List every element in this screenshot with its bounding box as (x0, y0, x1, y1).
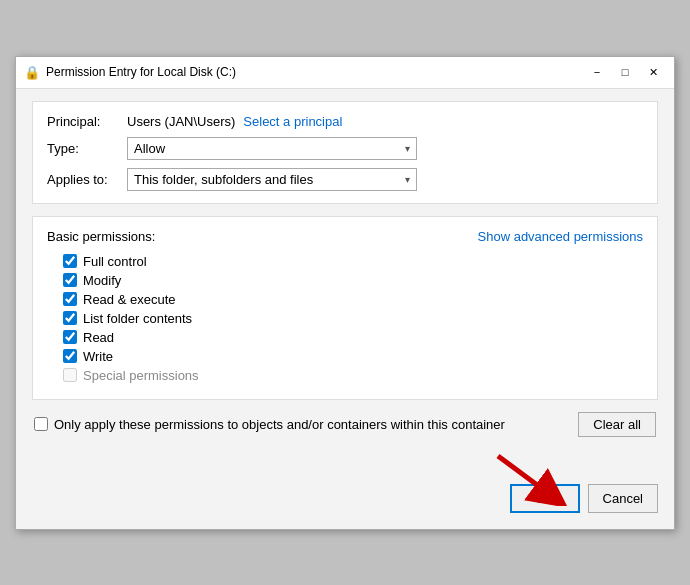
type-dropdown[interactable]: Allow ▾ (127, 137, 417, 160)
window-title: Permission Entry for Local Disk (C:) (46, 65, 584, 79)
perm-special-checkbox (63, 368, 77, 382)
minimize-button[interactable]: − (584, 62, 610, 82)
perm-read-item: Read (63, 330, 643, 345)
perm-special-label: Special permissions (83, 368, 199, 383)
perm-full-control-item: Full control (63, 254, 643, 269)
perm-full-control-checkbox[interactable] (63, 254, 77, 268)
perm-modify-label: Modify (83, 273, 121, 288)
title-bar-controls: − □ ✕ (584, 62, 666, 82)
cancel-button[interactable]: Cancel (588, 484, 658, 513)
perm-full-control-label: Full control (83, 254, 147, 269)
perm-write-label: Write (83, 349, 113, 364)
svg-line-1 (498, 456, 552, 496)
title-bar: 🔒 Permission Entry for Local Disk (C:) −… (16, 57, 674, 89)
only-apply-label: Only apply these permissions to objects … (54, 417, 505, 432)
perm-write-item: Write (63, 349, 643, 364)
perm-special-item: Special permissions (63, 368, 643, 383)
type-dropdown-value: Allow (134, 141, 165, 156)
applies-dropdown-value: This folder, subfolders and files (134, 172, 313, 187)
maximize-button[interactable]: □ (612, 62, 638, 82)
perm-list-checkbox[interactable] (63, 311, 77, 325)
show-advanced-link[interactable]: Show advanced permissions (478, 229, 643, 244)
permission-entry-window: 🔒 Permission Entry for Local Disk (C:) −… (15, 56, 675, 530)
perm-list-label: List folder contents (83, 311, 192, 326)
perm-read-execute-checkbox[interactable] (63, 292, 77, 306)
perm-modify-checkbox[interactable] (63, 273, 77, 287)
principal-row: Principal: Users (JAN\Users) Select a pr… (47, 114, 643, 129)
perm-read-checkbox[interactable] (63, 330, 77, 344)
window-content: Principal: Users (JAN\Users) Select a pr… (16, 89, 674, 529)
red-arrow (488, 446, 568, 509)
info-section: Principal: Users (JAN\Users) Select a pr… (32, 101, 658, 204)
permissions-title: Basic permissions: (47, 229, 155, 244)
select-principal-link[interactable]: Select a principal (243, 114, 342, 129)
applies-label: Applies to: (47, 172, 127, 187)
clear-all-button[interactable]: Clear all (578, 412, 656, 437)
principal-label: Principal: (47, 114, 127, 129)
permissions-section: Basic permissions: Show advanced permiss… (32, 216, 658, 400)
principal-value: Users (JAN\Users) (127, 114, 235, 129)
perm-modify-item: Modify (63, 273, 643, 288)
type-label: Type: (47, 141, 127, 156)
perm-list-item: List folder contents (63, 311, 643, 326)
only-apply-row: Only apply these permissions to objects … (34, 417, 578, 432)
type-row: Type: Allow ▾ (47, 137, 643, 160)
perm-write-checkbox[interactable] (63, 349, 77, 363)
applies-row: Applies to: This folder, subfolders and … (47, 168, 643, 191)
applies-dropdown[interactable]: This folder, subfolders and files ▾ (127, 168, 417, 191)
perm-read-execute-item: Read & execute (63, 292, 643, 307)
close-button[interactable]: ✕ (640, 62, 666, 82)
type-dropdown-arrow: ▾ (405, 143, 410, 154)
only-apply-checkbox[interactable] (34, 417, 48, 431)
arrow-area: OK Cancel (32, 437, 658, 517)
perm-read-execute-label: Read & execute (83, 292, 176, 307)
window-icon: 🔒 (24, 64, 40, 80)
bottom-row: Only apply these permissions to objects … (32, 412, 658, 437)
permissions-header: Basic permissions: Show advanced permiss… (47, 229, 643, 244)
applies-dropdown-arrow: ▾ (405, 174, 410, 185)
perm-read-label: Read (83, 330, 114, 345)
